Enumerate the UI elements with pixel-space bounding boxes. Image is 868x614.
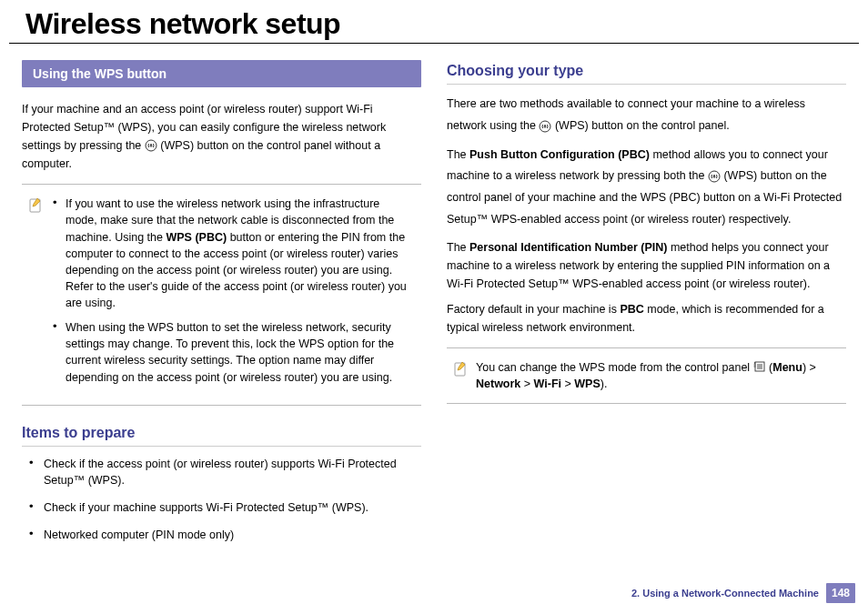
right-column: Choosing your type There are two methods… [447, 60, 846, 554]
list-item: Check if your machine supports Wi-Fi Pro… [22, 499, 421, 516]
heading-items: Items to prepare [22, 422, 421, 447]
note-content-2: You can change the WPS mode from the con… [476, 359, 839, 392]
list-item: Check if the access point (or wireless r… [22, 456, 421, 488]
p4-bold: PBC [620, 303, 643, 316]
note-icon [25, 196, 45, 393]
page-title: Wireless network setup [9, 0, 859, 44]
note2-b2: ) > [802, 361, 816, 374]
note-icon [450, 359, 470, 392]
content-columns: Using the WPS button If your machine and… [0, 60, 868, 554]
note2-net: Network [476, 377, 520, 390]
note1-item-b: When using the WPS button to set the wir… [51, 319, 414, 386]
wps-icon [708, 169, 721, 182]
note-box-2: You can change the WPS mode from the con… [447, 347, 846, 404]
note2-text: You can change the WPS mode from the con… [476, 359, 839, 392]
note2-wps: WPS [574, 377, 600, 390]
wps-icon [539, 119, 551, 132]
p1-b: (WPS) button on the control panel. [555, 119, 730, 132]
note2-gt2: > [561, 377, 574, 390]
right-p4: Factory default in your machine is PBC m… [447, 300, 846, 337]
note1-a-bold: WPS (PBC) [166, 231, 227, 244]
note-content-1: If you want to use the wireless network … [51, 196, 414, 393]
left-column: Using the WPS button If your machine and… [22, 60, 421, 554]
items-list: Check if the access point (or wireless r… [22, 456, 421, 544]
right-p2: The Push Button Configuration (PBC) meth… [447, 145, 846, 231]
menu-icon [753, 360, 766, 373]
list-item: Networked computer (PIN mode only) [22, 527, 421, 543]
wps-icon [145, 139, 157, 152]
note2-menu: Menu [772, 361, 802, 374]
note2-end: ). [601, 377, 608, 390]
footer-chapter: 2. Using a Network-Connected Machine [631, 588, 819, 599]
section-bar-wps: Using the WPS button [22, 60, 421, 87]
heading-choosing: Choosing your type [447, 60, 846, 85]
note2-wifi: Wi-Fi [534, 377, 561, 390]
page-footer: 2. Using a Network-Connected Machine 148 [631, 583, 855, 603]
note-box-1: If you want to use the wireless network … [22, 184, 421, 405]
right-p1: There are two methods available to conne… [447, 94, 846, 137]
p3-bold: Personal Identification Number (PIN) [469, 241, 667, 254]
page-number: 148 [826, 583, 855, 603]
right-p3: The Personal Identification Number (PIN)… [447, 238, 846, 293]
note2-a: You can change the WPS mode from the con… [476, 361, 753, 374]
intro-paragraph: If your machine and an access point (or … [22, 100, 421, 173]
p4-a: Factory default in your machine is [447, 303, 620, 316]
p3-a: The [447, 241, 469, 254]
note1-item-a: If you want to use the wireless network … [51, 196, 414, 311]
note2-gt: > [520, 377, 533, 390]
p2-a: The [447, 148, 469, 161]
p2-bold: Push Button Configuration (PBC) [469, 148, 650, 161]
